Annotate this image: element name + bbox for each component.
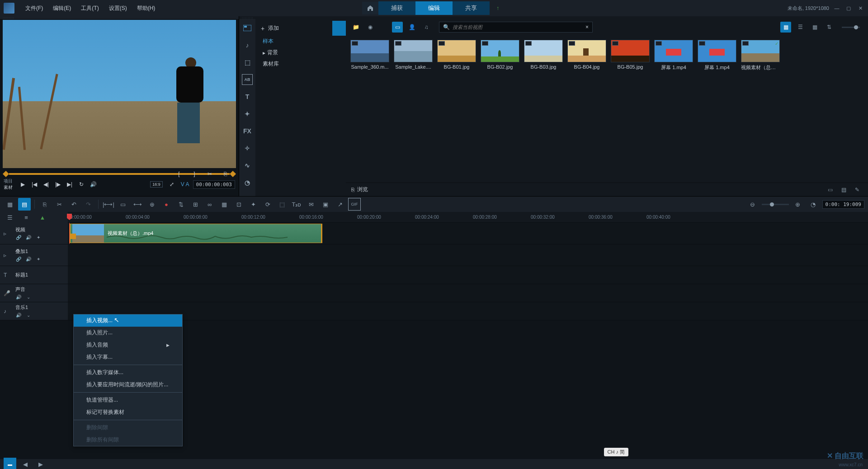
- minimize-button[interactable]: —: [833, 4, 841, 12]
- lib-tool-c[interactable]: ✎: [852, 184, 863, 195]
- ruler-menu-1[interactable]: ☰: [4, 211, 16, 224]
- add-media-button[interactable]: + 添加: [255, 21, 346, 36]
- tool-14[interactable]: ✉: [305, 198, 317, 211]
- volume-button[interactable]: 🔊: [88, 179, 99, 190]
- loop-button[interactable]: ↻: [76, 179, 87, 190]
- sort-icon[interactable]: ⇅: [824, 22, 835, 33]
- timeline-view-icon[interactable]: ▤: [18, 198, 31, 211]
- upload-button[interactable]: ↑: [490, 2, 506, 14]
- filter-video-icon[interactable]: ▭: [392, 22, 403, 33]
- next-frame-button[interactable]: |▶: [52, 179, 63, 190]
- tree-sample[interactable]: 样本: [255, 36, 346, 47]
- clear-search-icon[interactable]: ×: [585, 24, 589, 30]
- video-clip[interactable]: 视频素材（总）.mp4: [69, 224, 322, 243]
- track-mute-icon[interactable]: 🔊: [15, 312, 22, 318]
- record-icon[interactable]: ●: [160, 198, 173, 211]
- mark-in-icon[interactable]: [: [174, 169, 184, 179]
- view-grid-icon[interactable]: ▦: [809, 22, 820, 33]
- track-video-content[interactable]: 视频素材（总）.mp4: [68, 223, 868, 244]
- redo-button[interactable]: ↷: [82, 198, 94, 211]
- tool-16[interactable]: ↗: [334, 198, 346, 211]
- play-button[interactable]: ▶: [17, 179, 28, 190]
- menu-tools[interactable]: 工具(T): [76, 3, 103, 14]
- bottom-prev[interactable]: ◀: [19, 458, 32, 469]
- tab-edit[interactable]: 编辑: [415, 1, 453, 15]
- filter-tab-icon[interactable]: ✧: [242, 143, 253, 154]
- filter-photo-icon[interactable]: 👤: [406, 22, 417, 33]
- track-mute-icon[interactable]: 🔊: [25, 256, 32, 262]
- preview-mode-label[interactable]: 项目 素材: [4, 178, 13, 191]
- media-item-0[interactable]: Sample_360.m...: [350, 40, 389, 71]
- search-box[interactable]: 🔍 ×: [439, 22, 593, 33]
- ctx-insert-subtitle[interactable]: 插入字幕...: [74, 351, 182, 363]
- ctx-insert-photo[interactable]: 插入照片...: [74, 327, 182, 339]
- track-link-icon[interactable]: 🔗: [15, 256, 22, 262]
- zoom-slider[interactable]: [762, 204, 789, 205]
- media-item-4[interactable]: BG-B03.jpg: [524, 40, 563, 71]
- ctx-insert-audio[interactable]: 插入音频▶: [74, 339, 182, 351]
- track-overlay1-content[interactable]: [68, 244, 868, 266]
- transition-tab-icon[interactable]: ⬚: [242, 57, 253, 68]
- ruler-marker[interactable]: ▲: [36, 211, 49, 224]
- menu-settings[interactable]: 设置(S): [104, 3, 132, 14]
- track-link-icon[interactable]: 🔗: [15, 234, 22, 240]
- preview-timecode[interactable]: 00:00:00:003: [193, 180, 235, 189]
- media-item-6[interactable]: BG-B05.jpg: [611, 40, 650, 71]
- path-tab-icon[interactable]: ∿: [242, 160, 253, 171]
- track-music1-content[interactable]: [68, 302, 868, 320]
- copy-attr-icon[interactable]: ⎘: [38, 198, 51, 211]
- tree-background[interactable]: ▸背景: [255, 47, 346, 58]
- ctx-insert-digital[interactable]: 插入数字媒体...: [74, 366, 182, 379]
- track-sound-header[interactable]: 🎤 声音 🔊 ⌄: [0, 284, 68, 302]
- track-mute-icon[interactable]: 🔊: [25, 234, 32, 240]
- scrubber-start-handle[interactable]: [3, 171, 9, 177]
- ctx-insert-timelapse[interactable]: 插入要应用时间流逝/频闪的照片...: [74, 379, 182, 391]
- menu-help[interactable]: 帮助(H): [132, 3, 160, 14]
- storyboard-view-icon[interactable]: ▦: [4, 198, 16, 211]
- import-disc-icon[interactable]: ◉: [365, 22, 376, 33]
- tool-8[interactable]: ▦: [218, 198, 231, 211]
- gif-icon[interactable]: GIF: [348, 198, 361, 211]
- tool-11[interactable]: ⟳: [261, 198, 274, 211]
- menu-file[interactable]: 文件(F): [21, 3, 47, 14]
- filter-audio-icon[interactable]: ♫: [421, 22, 432, 33]
- tool-7[interactable]: ∞: [203, 198, 216, 211]
- tool-1[interactable]: |⟷|: [102, 198, 115, 211]
- track-title1-content[interactable]: [68, 266, 868, 284]
- track-sound-content[interactable]: [68, 284, 868, 302]
- scrubber-end-handle[interactable]: [230, 171, 236, 177]
- media-item-2[interactable]: BG-B01.jpg: [437, 40, 476, 71]
- track-title1-header[interactable]: T 标题1: [0, 266, 68, 284]
- title-tab-icon[interactable]: AB: [242, 74, 253, 85]
- import-folder-icon[interactable]: 📁: [350, 22, 361, 33]
- media-item-1[interactable]: Sample_Lake....: [394, 40, 433, 71]
- track-fx-icon[interactable]: ✦: [35, 234, 42, 240]
- browse-button[interactable]: ⎘ 浏览: [351, 186, 368, 193]
- fx-tab-icon[interactable]: FX: [242, 126, 253, 136]
- audio-tab-icon[interactable]: ♪: [242, 40, 253, 51]
- track-fx-icon[interactable]: ✦: [35, 256, 42, 262]
- bottom-tool-1[interactable]: ▬: [4, 458, 16, 469]
- thumb-size-slider[interactable]: [842, 27, 860, 28]
- track-expand-icon[interactable]: ⌄: [25, 294, 32, 300]
- tool-5[interactable]: ⇅: [175, 198, 187, 211]
- track-video-header[interactable]: ▹ 视频 🔗 🔊 ✦: [0, 223, 68, 244]
- maximize-button[interactable]: ▢: [844, 4, 853, 12]
- view-large-icon[interactable]: ▦: [780, 22, 791, 33]
- tree-library[interactable]: 素材库: [255, 58, 346, 70]
- tool-4[interactable]: ⊕: [146, 198, 158, 211]
- preview-scrubber[interactable]: [ ] ✂ ⎘: [4, 171, 235, 177]
- view-list-icon[interactable]: ☰: [795, 22, 806, 33]
- search-input[interactable]: [453, 24, 583, 30]
- split-icon[interactable]: ✂: [204, 169, 215, 179]
- go-start-button[interactable]: |◀: [29, 179, 40, 190]
- playhead[interactable]: [69, 223, 70, 244]
- bottom-next[interactable]: ▶: [34, 458, 47, 469]
- tool-6[interactable]: ⊞: [189, 198, 202, 211]
- aspect-ratio[interactable]: 16:9: [150, 181, 163, 188]
- speed-tab-icon[interactable]: ◔: [242, 177, 253, 188]
- ctx-track-manager[interactable]: 轨道管理器...: [74, 394, 182, 406]
- undo-button[interactable]: ↶: [67, 198, 80, 211]
- timeline-ruler[interactable]: 00:00:00:0000:00:04:0000:00:08:0000:00:1…: [68, 212, 868, 223]
- home-button[interactable]: [362, 2, 378, 14]
